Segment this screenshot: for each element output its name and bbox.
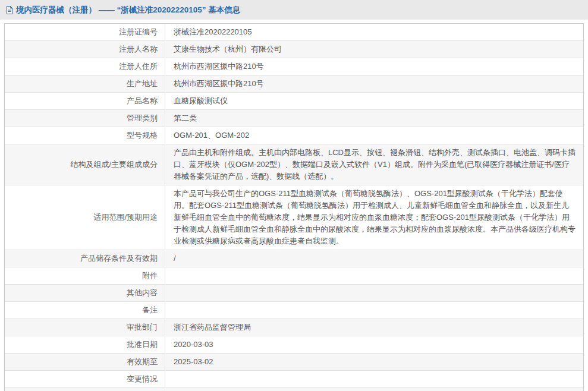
page-header: 境内医疗器械（注册） —— “浙械注准20202220105” 基本信息 (0, 0, 588, 20)
table-row: 批准日期2020-03-03 (5, 336, 583, 354)
row-label: 生产地址 (5, 75, 165, 92)
row-value: / (165, 250, 583, 267)
table-row: 注册人名称艾康生物技术（杭州）有限公司 (5, 41, 583, 58)
row-value: 产品由主机和附件组成。主机由内部电路板、LCD显示、按钮、褪条滑钮、结构外壳、测… (165, 144, 583, 185)
row-label: 其他内容 (5, 285, 165, 301)
row-label: 产品储存条件及有效期 (5, 250, 165, 267)
row-label: 注册证编号 (5, 24, 165, 40)
row-value: 本产品可与我公司生产的OGS-211型血糖测试条（葡萄糖脱氢酶法）、OGS-20… (165, 185, 583, 250)
table-row: 型号规格OGM-201、OGM-202 (5, 127, 583, 144)
row-label: 管理类别 (5, 110, 165, 127)
row-label: 注 (5, 388, 165, 391)
row-label: 结构及组成/主要组成成分 (5, 144, 165, 185)
table-row: 注册人住所杭州市西湖区振中路210号 (5, 58, 583, 75)
page-title: 境内医疗器械（注册） —— “浙械注准20202220105” 基本信息 (16, 5, 240, 15)
table-row: 变更情况 (5, 371, 583, 388)
row-value (165, 377, 583, 381)
row-label: 产品名称 (5, 93, 165, 109)
table-row: 有效期至2025-03-02 (5, 354, 583, 371)
row-label: 注册人名称 (5, 41, 165, 58)
row-label: 审批部门 (5, 319, 165, 336)
row-value: 浙械注准20202220105 (165, 24, 583, 40)
table-row: 生产地址杭州市西湖区振中路210号 (5, 75, 583, 93)
row-label: 型号规格 (5, 127, 165, 144)
table-row: 产品储存条件及有效期/ (5, 250, 583, 267)
table-row: 产品名称血糖尿酸测试仪 (5, 93, 583, 110)
info-table: 注册证编号浙械注准20202220105注册人名称艾康生物技术（杭州）有限公司注… (4, 23, 584, 391)
table-row: 注册证编号浙械注准20202220105 (5, 24, 583, 41)
row-value: 杭州市西湖区振中路210号 (165, 58, 583, 75)
row-label: 备注 (5, 302, 165, 319)
row-label: 适用范围/预期用途 (5, 185, 165, 250)
row-label: 附件 (5, 267, 165, 284)
row-value (165, 308, 583, 313)
table-row: 审批部门浙江省药品监督管理局 (5, 319, 583, 336)
row-value: 2020-03-03 (165, 336, 583, 353)
row-label: 注册人住所 (5, 58, 165, 75)
row-value: 杭州市西湖区振中路210号 (165, 75, 583, 92)
row-value: 血糖尿酸测试仪 (165, 93, 583, 109)
row-label: 变更情况 (5, 371, 165, 387)
row-value (165, 291, 583, 295)
table-row: 注详情 (5, 388, 583, 391)
table-row: 备注 (5, 302, 583, 319)
table-row: 适用范围/预期用途本产品可与我公司生产的OGS-211型血糖测试条（葡萄糖脱氢酶… (5, 185, 583, 250)
table-row: 其他内容 (5, 285, 583, 302)
row-label: 批准日期 (5, 336, 165, 353)
table-row: 管理类别第二类 (5, 110, 583, 127)
document-icon (6, 6, 13, 14)
row-value (165, 273, 583, 278)
table-row: 结构及组成/主要组成成分产品由主机和附件组成。主机由内部电路板、LCD显示、按钮… (5, 144, 583, 185)
row-value: 详情 (165, 388, 583, 391)
row-value: 第二类 (165, 110, 583, 127)
table-row: 附件 (5, 267, 583, 285)
row-value: 浙江省药品监督管理局 (165, 319, 583, 336)
row-label: 有效期至 (5, 354, 165, 370)
row-value: OGM-201、OGM-202 (165, 127, 583, 144)
row-value: 2025-03-02 (165, 354, 583, 370)
row-value: 艾康生物技术（杭州）有限公司 (165, 41, 583, 58)
